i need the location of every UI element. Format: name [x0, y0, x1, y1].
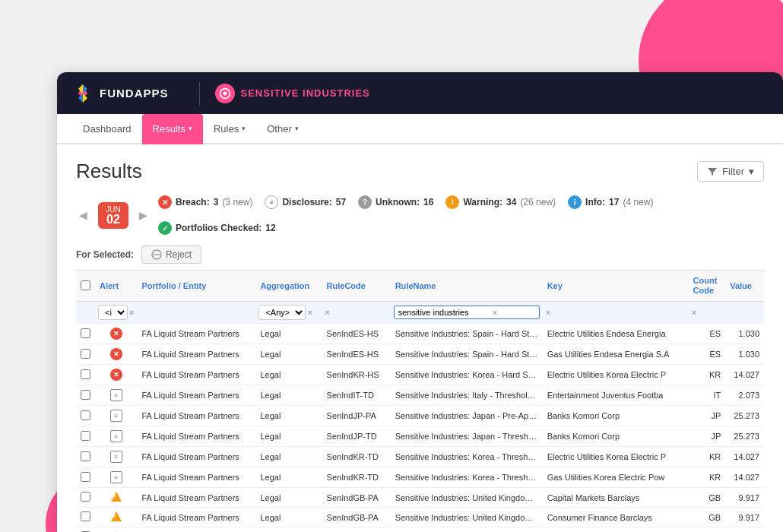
header-aggregation[interactable]: Aggregation — [255, 271, 322, 302]
checked-icon: ✓ — [158, 221, 172, 235]
key-cell: Consumer Finance Barclays — [543, 508, 689, 527]
portfolio-cell: FA Liquid Stream Partners — [137, 527, 255, 532]
logo-icon — [72, 83, 94, 104]
checked-badge: ✓ Portfolios Checked: 12 — [158, 221, 276, 235]
header-rulename[interactable]: RuleName — [391, 271, 543, 302]
row-checkbox[interactable] — [81, 410, 90, 420]
portfolio-cell: FA Liquid Stream Partners — [137, 426, 255, 447]
nav-results[interactable]: Results ▾ — [142, 114, 203, 144]
key-cell: Entertainment Juventus Footba — [543, 385, 689, 406]
row-checkbox[interactable] — [81, 369, 90, 379]
code-cell: IT — [689, 385, 726, 406]
row-checkbox[interactable] — [81, 511, 90, 521]
checked-count: 12 — [265, 223, 275, 233]
results-chevron-icon: ▾ — [189, 125, 192, 132]
aggregation-cell: Legal — [255, 467, 322, 488]
nav-dashboard[interactable]: Dashboard — [72, 114, 142, 144]
header-rulecode[interactable]: RuleCode — [322, 271, 391, 302]
key-filter-clear[interactable]: × — [546, 308, 550, 317]
aggregation-cell: Legal — [255, 527, 322, 532]
row-checkbox[interactable] — [81, 349, 90, 359]
filter-icon — [707, 166, 718, 177]
warning-icon: ! — [445, 195, 459, 209]
aggregation-cell: Legal — [255, 488, 322, 508]
row-checkbox[interactable] — [81, 472, 90, 482]
logo-text: FUNDAPPS — [100, 87, 169, 100]
rulecode-cell: SenIndGB-TD — [322, 527, 391, 532]
key-cell: Electric Utilities Korea Electric P — [543, 365, 689, 385]
rulename-filter-clear[interactable]: × — [493, 308, 497, 317]
breach-label: Breach: — [176, 197, 210, 207]
rulecode-cell: SenIndJP-TD — [322, 426, 391, 447]
aggregation-cell: Legal — [255, 426, 322, 447]
status-badges-row: ✕ Breach: 3 (3 new) ≡ Disclosure: 57 ? U… — [158, 195, 764, 235]
code-cell: KR — [689, 365, 726, 385]
prev-date-arrow[interactable]: ◀ — [76, 206, 90, 224]
nav-rules[interactable]: Rules ▾ — [203, 114, 256, 144]
info-count: 17 — [609, 197, 619, 207]
value-cell: 1.030 — [725, 344, 764, 365]
rulename-cell: Sensitive Industries: Japan - Pre-Approv… — [391, 406, 543, 426]
rulecode-filter-clear[interactable]: × — [325, 308, 330, 317]
header-count-code: CountCode — [689, 271, 726, 302]
aggregation-filter-clear[interactable]: × — [307, 308, 312, 317]
disclosure-alert-icon: ≡ — [110, 410, 122, 422]
next-date-arrow[interactable]: ▶ — [136, 206, 151, 224]
table-row: ! FA Liquid Stream Partners Legal SenInd… — [76, 488, 764, 508]
unknown-icon: ? — [358, 195, 372, 209]
rulename-cell: Sensitive Industries: Korea - Threshold … — [391, 467, 543, 488]
breach-icon: ✕ — [158, 195, 172, 209]
aggregation-filter-select[interactable]: <Any> — [258, 305, 306, 320]
portfolio-cell: FA Liquid Stream Partners — [137, 324, 255, 344]
portfolio-cell: FA Liquid Stream Partners — [137, 467, 255, 488]
code-filter-clear[interactable]: × — [692, 308, 696, 317]
warning-alert-icon: ! — [111, 492, 122, 502]
rulecode-cell: SenIndIT-TD — [322, 385, 391, 406]
app-container: FUNDAPPS SENSITIVE INDUSTRIES Dashboard … — [57, 72, 783, 532]
header-key[interactable]: Key — [543, 271, 689, 302]
warning-badge: ! Warning: 34 (26 new) — [445, 195, 556, 209]
reject-icon — [151, 249, 162, 260]
row-checkbox[interactable] — [81, 328, 90, 338]
rulename-cell: Sensitive Industries: Spain - Hard Stop — [391, 324, 543, 344]
rulecode-cell: SenIndGB-PA — [322, 488, 391, 508]
disclosure-alert-icon: ≡ — [110, 430, 122, 442]
row-checkbox[interactable] — [81, 390, 90, 400]
date-month: Jun — [106, 205, 121, 214]
table-row: ≡ FA Liquid Stream Partners Legal SenInd… — [76, 467, 764, 488]
rulename-cell: Sensitive Industries: United Kingdom - T… — [391, 527, 543, 532]
portfolio-cell: FA Liquid Stream Partners — [137, 385, 255, 406]
header-checkbox — [76, 271, 95, 302]
rulecode-cell: SenIndGB-PA — [322, 508, 391, 527]
rulename-cell: Sensitive Industries: Japan - Threshold … — [391, 426, 543, 447]
rulename-cell: Sensitive Industries: Korea - Threshold … — [391, 447, 543, 467]
value-cell: 14.027 — [725, 447, 764, 467]
aggregation-cell: Legal — [255, 344, 322, 365]
rulename-filter-input[interactable] — [398, 308, 490, 317]
disclosure-label: Disclosure: — [282, 197, 331, 207]
filter-rulecode-col: × — [322, 302, 391, 324]
reject-button[interactable]: Reject — [141, 245, 201, 264]
sensitive-industries-icon — [215, 84, 235, 103]
filter-button[interactable]: Filter ▾ — [697, 161, 764, 182]
table-row: ≡ FA Liquid Stream Partners Legal SenInd… — [76, 406, 764, 426]
action-bar: For Selected: Reject — [76, 245, 764, 264]
row-checkbox[interactable] — [81, 431, 90, 441]
value-cell: 25.273 — [725, 406, 764, 426]
rulecode-cell: SenIndKR-TD — [322, 447, 391, 467]
row-checkbox[interactable] — [81, 492, 90, 502]
disclosure-alert-icon: ≡ — [110, 389, 122, 401]
row-checkbox[interactable] — [81, 451, 90, 461]
value-cell: 14.027 — [725, 365, 764, 385]
nav-other[interactable]: Other ▾ — [256, 114, 309, 144]
code-cell: KR — [689, 467, 726, 488]
header-portfolio[interactable]: Portfolio / Entity — [137, 271, 255, 302]
alert-filter-select[interactable]: <i — [98, 305, 128, 320]
key-cell: Banks Komori Corp — [543, 406, 689, 426]
alert-filter-clear[interactable]: × — [129, 308, 134, 317]
table-row: ≡ FA Liquid Stream Partners Legal SenInd… — [76, 447, 764, 467]
portfolio-cell: FA Liquid Stream Partners — [137, 406, 255, 426]
code-cell: KR — [689, 447, 726, 467]
select-all-checkbox[interactable] — [81, 280, 90, 290]
warning-count: 34 — [506, 197, 516, 207]
